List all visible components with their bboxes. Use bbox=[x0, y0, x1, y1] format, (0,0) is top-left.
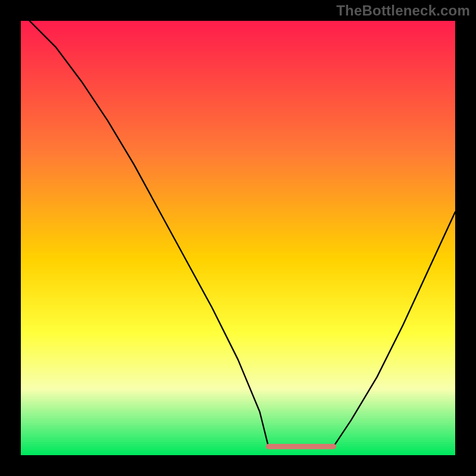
plot-area bbox=[21, 21, 455, 455]
chart-svg bbox=[21, 21, 455, 455]
watermark-text: TheBottleneck.com bbox=[336, 2, 470, 19]
gradient-band bbox=[21, 453, 455, 455]
chart-frame: TheBottleneck.com bbox=[0, 0, 476, 476]
